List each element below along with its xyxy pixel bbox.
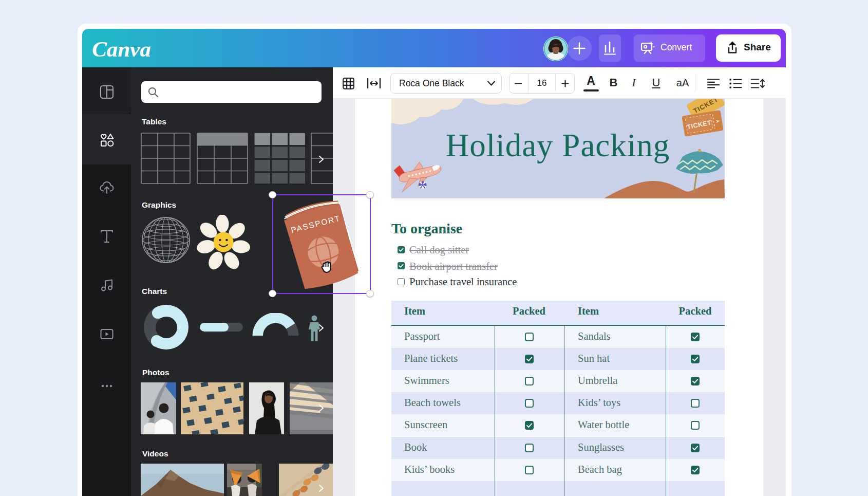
svg-text:Holiday Packing: Holiday Packing <box>446 127 670 163</box>
svg-text:Canva: Canva <box>92 37 151 61</box>
